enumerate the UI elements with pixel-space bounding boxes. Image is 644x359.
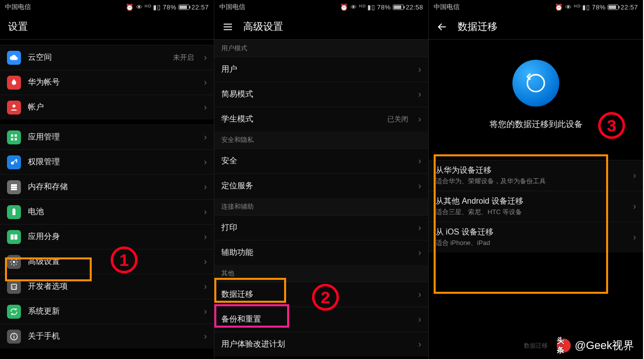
row-simple-mode[interactable]: 简易模式›: [214, 82, 428, 107]
option-subtitle: 适合三星、索尼、HTC 等设备: [436, 208, 628, 217]
row-printing[interactable]: 打印›: [214, 215, 428, 240]
option-subtitle: 适合华为、荣耀设备，及华为备份工具: [436, 177, 628, 186]
section-header: 其他: [214, 265, 428, 282]
huawei-id-icon: [7, 76, 21, 90]
about-phone-icon: [7, 330, 21, 344]
row-huawei-id[interactable]: 华为帐号›: [0, 70, 214, 95]
advanced-settings-list: 用户模式用户›简易模式›学生模式已关闭›安全和隐私安全›定位服务›连接和辅助打印…: [214, 40, 428, 357]
row-label: 内存和存储: [28, 182, 197, 192]
row-ux-improvement[interactable]: 用户体验改进计划›: [214, 332, 428, 357]
option-from-ios[interactable]: 从 iOS 设备迁移适合 iPhone、iPad›: [429, 222, 643, 252]
row-app-management[interactable]: 应用管理›: [0, 124, 214, 149]
chevron-right-icon: ›: [204, 306, 207, 317]
chevron-right-icon: ›: [204, 207, 207, 217]
accounts-icon: [7, 101, 21, 115]
svg-rect-12: [14, 234, 17, 239]
row-label: 打印: [221, 223, 411, 233]
app-header: 设置: [0, 14, 214, 40]
screen-advanced-settings: 中国电信 ⏰ 👁 ᴴᴰ ▮▯ 78% 22:58 高级设置 用户模式用户›简易模…: [214, 0, 429, 359]
battery-percent: 78%: [162, 3, 176, 11]
svg-rect-10: [13, 208, 15, 209]
status-icons: ⏰ 👁 ᴴᴰ ▮▯: [126, 3, 161, 11]
row-accessibility[interactable]: 辅助功能›: [214, 240, 428, 265]
svg-point-5: [11, 161, 14, 164]
svg-rect-2: [15, 134, 17, 137]
footer-hint: 数据迁移: [524, 342, 548, 350]
watermark: 头条 @Geek视界: [557, 338, 634, 353]
chevron-right-icon: ›: [418, 289, 421, 300]
chevron-right-icon: ›: [633, 201, 636, 212]
row-backup-reset[interactable]: 备份和重置›: [214, 307, 428, 332]
battery-icon: [7, 205, 21, 219]
clock: 22:58: [406, 3, 423, 11]
chevron-right-icon: ›: [418, 247, 421, 258]
svg-rect-7: [11, 186, 17, 188]
advanced-settings-icon: [7, 255, 21, 269]
row-label: 用户体验改进计划: [221, 339, 411, 350]
svg-rect-6: [11, 184, 17, 186]
row-app-twin[interactable]: 应用分身›: [0, 224, 214, 249]
chevron-right-icon: ›: [418, 89, 421, 100]
svg-rect-3: [11, 138, 13, 140]
screen-data-migration: 中国电信 ⏰ 👁 ᴴᴰ ▮▯ 78% 22:57 数据迁移 将您的数据迁移到此设…: [429, 0, 643, 359]
row-label: 开发者选项: [28, 281, 197, 292]
status-bar: 中国电信 ⏰ 👁 ᴴᴰ ▮▯ 78% 22:57: [0, 0, 214, 14]
row-label: 应用管理: [28, 132, 197, 142]
row-label: 华为帐号: [28, 77, 197, 88]
row-permission-mgmt[interactable]: 权限管理›: [0, 149, 214, 174]
row-label: 系统更新: [28, 306, 197, 317]
row-label: 辅助功能: [221, 247, 411, 258]
row-value: 未开启: [173, 53, 194, 62]
carrier-label: 中国电信: [434, 2, 460, 11]
row-about-phone[interactable]: 关于手机›: [0, 324, 214, 349]
row-system-update[interactable]: 系统更新›: [0, 299, 214, 324]
watermark-logo-icon: 头条: [557, 339, 571, 353]
screens-container: 中国电信 ⏰ 👁 ᴴᴰ ▮▯ 78% 22:57 设置 云空间未开启›华为帐号›…: [0, 0, 644, 359]
back-icon[interactable]: [437, 21, 448, 32]
chevron-right-icon: ›: [418, 223, 421, 233]
row-battery[interactable]: 电池›: [0, 199, 214, 224]
row-users[interactable]: 用户›: [214, 57, 428, 82]
row-advanced-settings[interactable]: 高级设置›: [0, 249, 214, 274]
clock: 22:57: [191, 3, 209, 11]
row-storage[interactable]: 内存和存储›: [0, 174, 214, 199]
row-accounts[interactable]: 帐户›: [0, 95, 214, 120]
carrier-label: 中国电信: [5, 2, 31, 11]
app-management-icon: [7, 130, 21, 144]
page-title: 数据迁移: [458, 20, 497, 33]
row-security[interactable]: 安全›: [214, 148, 428, 173]
row-label: 定位服务: [221, 181, 411, 191]
status-icons: ⏰ 👁 ᴴᴰ ▮▯: [555, 3, 590, 11]
row-label: 应用分身: [28, 232, 197, 242]
app-header: 数据迁移: [429, 14, 643, 40]
row-label: 安全: [221, 156, 411, 166]
row-label: 权限管理: [28, 157, 197, 167]
page-title: 设置: [8, 20, 28, 33]
chevron-right-icon: ›: [204, 132, 207, 142]
chevron-right-icon: ›: [418, 181, 421, 191]
row-developer-options[interactable]: { }开发者选项›: [0, 274, 214, 299]
battery-icon: [393, 4, 404, 10]
row-data-migration[interactable]: 数据迁移›: [214, 282, 428, 307]
row-label: 备份和重置: [221, 314, 411, 325]
row-cloud[interactable]: 云空间未开启›: [0, 45, 214, 70]
chevron-right-icon: ›: [418, 114, 421, 124]
menu-icon[interactable]: [222, 21, 233, 32]
chevron-right-icon: ›: [418, 314, 421, 325]
row-label: 帐户: [28, 102, 197, 113]
row-label: 电池: [28, 207, 197, 217]
chevron-right-icon: ›: [204, 281, 207, 292]
migration-subtitle: 将您的数据迁移到此设备: [489, 119, 583, 130]
option-title: 从华为设备迁移: [436, 165, 628, 176]
migration-hero-icon: [512, 60, 559, 107]
option-from-android[interactable]: 从其他 Android 设备迁移适合三星、索尼、HTC 等设备›: [429, 191, 643, 222]
row-student-mode[interactable]: 学生模式已关闭›: [214, 107, 428, 131]
system-update-icon: [7, 305, 21, 319]
status-bar: 中国电信 ⏰ 👁 ᴴᴰ ▮▯ 78% 22:58: [214, 0, 428, 14]
svg-rect-1: [11, 134, 13, 137]
option-from-huawei[interactable]: 从华为设备迁移适合华为、荣耀设备，及华为备份工具›: [429, 160, 643, 191]
chevron-right-icon: ›: [633, 232, 636, 242]
row-location[interactable]: 定位服务›: [214, 173, 428, 198]
status-right: ⏰ 👁 ᴴᴰ ▮▯ 78% 22:57: [555, 3, 638, 11]
svg-point-0: [12, 105, 15, 108]
